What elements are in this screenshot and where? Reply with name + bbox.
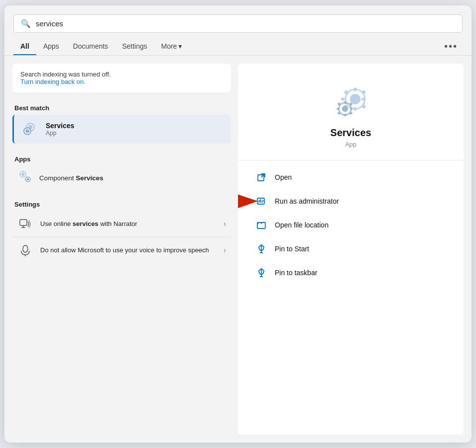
settings-item-voice[interactable]: Do not allow Microsoft to use your voice…: [12, 237, 231, 263]
indexing-notice: Search indexing was turned off. Turn ind…: [12, 64, 231, 92]
svg-rect-38: [344, 114, 346, 116]
action-pin-start[interactable]: Pin to Start: [242, 237, 460, 261]
services-app-icon: [20, 120, 39, 139]
right-panel-top: Services App: [238, 64, 464, 160]
tab-all[interactable]: All: [13, 38, 36, 55]
turn-indexing-on-link[interactable]: Turn indexing back on.: [20, 78, 223, 85]
svg-rect-20: [20, 220, 27, 225]
right-app-type: App: [345, 141, 356, 148]
right-app-name: Services: [330, 127, 371, 139]
best-match-item-name: Services: [46, 122, 75, 130]
open-location-label: Open file location: [275, 221, 328, 229]
svg-point-26: [350, 94, 360, 104]
svg-point-23: [23, 245, 28, 252]
svg-line-46: [261, 174, 265, 177]
action-open-location[interactable]: Open file location: [242, 213, 460, 237]
tabs-row: All Apps Documents Settings More ▾ •••: [4, 33, 472, 56]
pin-start-label: Pin to Start: [275, 245, 309, 253]
svg-rect-5: [30, 130, 31, 132]
narrator-icon: [17, 216, 33, 232]
best-match-item-type: App: [46, 130, 75, 137]
svg-rect-17: [22, 176, 23, 178]
three-dots-button[interactable]: •••: [439, 38, 463, 55]
svg-rect-28: [354, 107, 356, 111]
app-item-component-services[interactable]: Component Services: [12, 166, 231, 190]
tab-apps[interactable]: Apps: [36, 38, 66, 55]
chevron-down-icon: ▾: [178, 42, 182, 50]
left-panel: Search indexing was turned off. Turn ind…: [12, 64, 231, 435]
voice-setting-text: Do not allow Microsoft to use your voice…: [40, 246, 217, 255]
best-match-item-text: Services App: [46, 122, 75, 137]
component-services-icon: [17, 170, 33, 186]
action-open[interactable]: Open: [242, 165, 460, 189]
tab-more-label: More: [161, 42, 177, 50]
settings-item-narrator[interactable]: Use online services with Narrator ›: [12, 211, 231, 237]
settings-section-label: Settings: [12, 201, 231, 208]
svg-rect-37: [344, 101, 346, 104]
apps-section: Apps Componen: [12, 150, 231, 190]
settings-section: Settings Use online services with Narrat…: [12, 196, 231, 263]
run-admin-label: Run as administrator: [275, 197, 339, 205]
right-actions: Open Run as adminis: [238, 160, 464, 290]
svg-rect-40: [350, 108, 352, 110]
svg-point-15: [27, 178, 29, 181]
open-location-icon: [256, 220, 267, 230]
open-label: Open: [275, 173, 292, 181]
pin-taskbar-label: Pin to taskbar: [275, 269, 317, 277]
svg-rect-16: [22, 171, 23, 172]
svg-rect-4: [30, 123, 31, 124]
search-input[interactable]: [36, 19, 455, 28]
services-large-icon: [331, 83, 371, 119]
tab-documents[interactable]: Documents: [66, 38, 115, 55]
pin-taskbar-icon: [256, 267, 267, 278]
open-icon: [256, 172, 267, 183]
right-panel: Services App Open: [238, 64, 464, 435]
main-content: Search indexing was turned off. Turn ind…: [4, 56, 472, 443]
svg-rect-19: [25, 174, 27, 175]
search-icon: 🔍: [21, 19, 31, 28]
search-bar-row: 🔍: [4, 5, 472, 33]
tab-more[interactable]: More ▾: [154, 38, 189, 55]
search-panel: 🔍 All Apps Documents Settings More ▾ •••…: [4, 5, 472, 443]
component-services-name: Component Services: [39, 174, 103, 182]
best-match-label: Best match: [12, 104, 231, 112]
action-pin-taskbar[interactable]: Pin to taskbar: [242, 261, 460, 285]
chevron-right-icon-2: ›: [224, 246, 226, 255]
svg-rect-27: [354, 87, 356, 91]
run-admin-icon: [256, 196, 267, 207]
chevron-right-icon: ›: [224, 220, 226, 228]
best-match-item[interactable]: Services App: [12, 115, 231, 144]
pin-start-icon: [256, 243, 267, 254]
search-bar: 🔍: [13, 14, 463, 33]
svg-rect-6: [26, 127, 27, 128]
action-run-admin[interactable]: Run as administrator: [242, 189, 460, 213]
svg-point-36: [342, 106, 348, 112]
svg-rect-18: [19, 174, 21, 175]
svg-rect-29: [341, 98, 344, 100]
voice-icon: [17, 242, 33, 258]
svg-rect-30: [361, 98, 365, 100]
narrator-setting-text: Use online services with Narrator: [40, 220, 217, 228]
apps-section-label: Apps: [12, 155, 231, 163]
svg-point-13: [21, 173, 24, 176]
tab-settings[interactable]: Settings: [115, 38, 155, 55]
indexing-notice-line1: Search indexing was turned off.: [20, 71, 223, 78]
svg-rect-7: [33, 127, 35, 128]
svg-rect-39: [337, 108, 339, 110]
